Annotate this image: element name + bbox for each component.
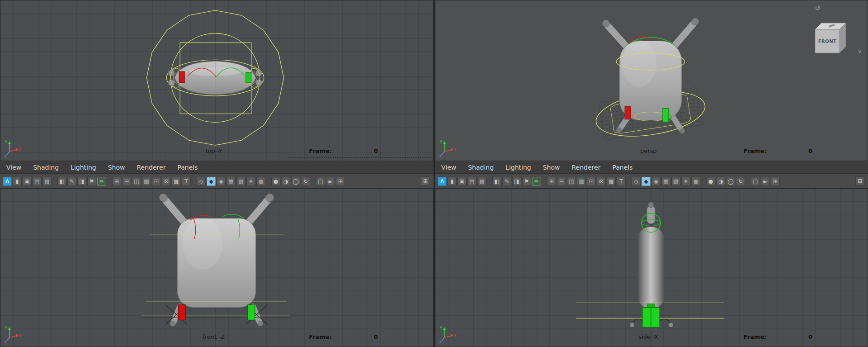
viewport-front[interactable]: y x z front -Z Frame: 0: [0, 188, 434, 347]
bag-feet[interactable]: [174, 307, 259, 322]
menu-panels[interactable]: Panels: [612, 164, 632, 171]
bookmarks-icon[interactable]: ▤: [467, 177, 476, 186]
green-control-handle[interactable]: [663, 109, 669, 122]
menu-shading[interactable]: Shading: [33, 164, 59, 171]
menu-panels[interactable]: Panels: [177, 164, 198, 171]
camera-attributes-icon[interactable]: ▣: [23, 177, 32, 186]
use-all-lights-icon[interactable]: ☀: [681, 177, 690, 186]
camera-view-icon[interactable]: ◨: [512, 177, 521, 186]
menu-show[interactable]: Show: [543, 164, 560, 171]
menu-shading[interactable]: Shading: [468, 164, 494, 171]
viewcube-menu-chevron-icon[interactable]: ∨: [858, 48, 862, 55]
camera-view-icon[interactable]: ◨: [77, 177, 86, 186]
tentacle-tip-right[interactable]: [692, 18, 699, 25]
menu-view[interactable]: View: [6, 164, 21, 171]
green-control-handle[interactable]: [246, 72, 251, 83]
film-gate-icon[interactable]: ⊟: [122, 177, 131, 186]
view-cube[interactable]: FRONT: [811, 18, 849, 55]
toolbar-overflow-icon[interactable]: ⊞: [855, 176, 864, 185]
anti-alias-icon[interactable]: ◯: [726, 177, 735, 186]
materials-mode-icon[interactable]: ▦: [661, 177, 670, 186]
bookmarks-icon[interactable]: ▤: [33, 177, 42, 186]
use-all-lights-icon[interactable]: ☀: [246, 177, 255, 186]
shadows-icon[interactable]: ◍: [256, 177, 265, 186]
field-chart-icon[interactable]: ⊡: [587, 177, 596, 186]
snap-flag-icon[interactable]: ⚑: [87, 177, 96, 186]
grease-pencil-icon[interactable]: ✎: [502, 177, 511, 186]
wireframe-mode-icon[interactable]: ◇: [197, 177, 206, 186]
bag-mesh[interactable]: [637, 227, 665, 309]
viewport-side[interactable]: y x z side -X Frame: 0: [435, 188, 868, 347]
anti-alias-icon[interactable]: ◯: [291, 177, 300, 186]
two-d-pan-zoom-icon[interactable]: ◧: [57, 177, 66, 186]
heads-up-display-icon[interactable]: T: [617, 177, 626, 186]
textured-mode-icon[interactable]: ◈: [651, 177, 660, 186]
menu-renderer[interactable]: Renderer: [137, 164, 165, 171]
lock-camera-icon[interactable]: ▮: [448, 177, 457, 186]
menu-renderer[interactable]: Renderer: [571, 164, 600, 171]
camera-attributes-icon[interactable]: ▣: [458, 177, 467, 186]
textured-mode-icon[interactable]: ◈: [217, 177, 226, 186]
persp-view-scene[interactable]: [435, 0, 868, 161]
film-gate-icon[interactable]: ⊟: [557, 177, 566, 186]
checker-mode-icon[interactable]: ▧: [236, 177, 245, 186]
shaded-mode-icon[interactable]: ◆: [207, 177, 216, 186]
exposure-icon[interactable]: ↻: [301, 177, 310, 186]
viewcube-home-icon[interactable]: ↺: [815, 4, 821, 12]
viewport-top[interactable]: y x z top -Y Frame: 0: [0, 0, 434, 161]
shaded-mode-icon[interactable]: ◆: [642, 177, 651, 186]
edit-pencil-icon[interactable]: ✏: [97, 177, 106, 186]
occlusion-icon[interactable]: ●: [706, 177, 715, 186]
snap-flag-icon[interactable]: ⚑: [522, 177, 531, 186]
green-control-handle[interactable]: [248, 305, 255, 320]
isolate-select-icon[interactable]: ▢: [316, 177, 325, 186]
wireframe-mode-icon[interactable]: ◇: [632, 177, 641, 186]
occlusion-icon[interactable]: ●: [271, 177, 280, 186]
resolution-gate-icon[interactable]: ◫: [567, 177, 576, 186]
toolbar-overflow-icon[interactable]: ⊞: [421, 176, 430, 185]
image-plane-icon[interactable]: ▨: [42, 177, 52, 186]
tentacle-tip-right[interactable]: [266, 194, 274, 202]
menu-lighting[interactable]: Lighting: [71, 164, 96, 171]
two-d-pan-zoom-icon[interactable]: ◧: [492, 177, 501, 186]
grid-display-icon[interactable]: ⊞: [547, 177, 556, 186]
motion-blur-icon[interactable]: ◑: [281, 177, 290, 186]
materials-mode-icon[interactable]: ▦: [226, 177, 236, 186]
checker-mode-icon[interactable]: ▧: [671, 177, 680, 186]
lock-camera-icon[interactable]: ▮: [13, 177, 22, 186]
plugin-icon[interactable]: ⊞: [771, 177, 780, 186]
viewport-persp[interactable]: ↺ FRONT ∨ y x z persp Frame: 0: [435, 0, 868, 161]
resolution-gate-icon[interactable]: ◫: [132, 177, 141, 186]
select-camera-icon[interactable]: A: [438, 177, 447, 186]
shadows-icon[interactable]: ◍: [691, 177, 700, 186]
top-view-scene[interactable]: [0, 0, 433, 161]
gate-mask-icon[interactable]: ▥: [577, 177, 586, 186]
plugin-icon[interactable]: ⊞: [336, 177, 345, 186]
exposure-icon[interactable]: ↻: [736, 177, 745, 186]
motion-blur-icon[interactable]: ◑: [716, 177, 725, 186]
red-control-handle[interactable]: [178, 305, 185, 320]
safe-title-icon[interactable]: ▩: [172, 177, 181, 186]
xray-icon[interactable]: ►: [761, 177, 770, 186]
tentacle-nub[interactable]: [647, 206, 655, 224]
side-view-scene[interactable]: [435, 189, 868, 347]
red-control-handle[interactable]: [179, 71, 184, 83]
edit-pencil-icon[interactable]: ✏: [532, 177, 541, 186]
isolate-select-icon[interactable]: ▢: [751, 177, 760, 186]
grease-pencil-icon[interactable]: ✎: [67, 177, 76, 186]
safe-action-icon[interactable]: ⊠: [162, 177, 171, 186]
xray-icon[interactable]: ►: [326, 177, 335, 186]
gate-mask-icon[interactable]: ▥: [142, 177, 151, 186]
red-control-handle[interactable]: [625, 107, 631, 119]
front-view-scene[interactable]: [0, 189, 433, 347]
tentacle-tip-left[interactable]: [602, 20, 609, 27]
tentacle-tip-left[interactable]: [159, 194, 167, 202]
safe-action-icon[interactable]: ⊠: [597, 177, 606, 186]
grid-display-icon[interactable]: ⊞: [112, 177, 121, 186]
viewcube-face-label[interactable]: FRONT: [818, 39, 837, 44]
heads-up-display-icon[interactable]: T: [182, 177, 191, 186]
menu-lighting[interactable]: Lighting: [505, 164, 531, 171]
menu-view[interactable]: View: [441, 164, 456, 171]
image-plane-icon[interactable]: ▨: [477, 177, 486, 186]
safe-title-icon[interactable]: ▩: [607, 177, 616, 186]
